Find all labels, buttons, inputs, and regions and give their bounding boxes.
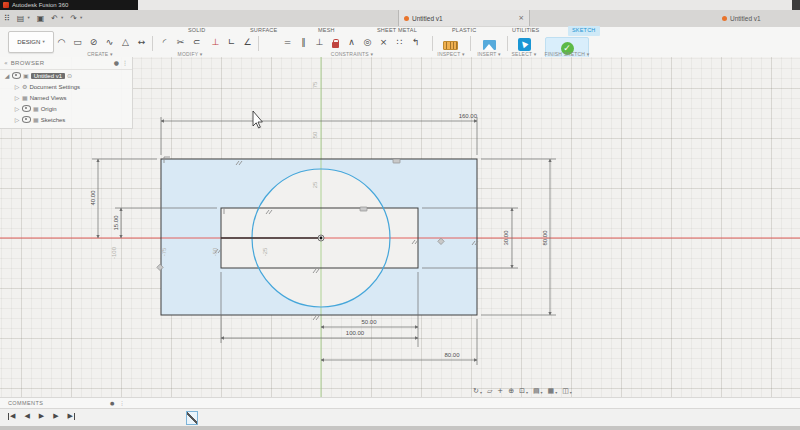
equal-constraint-button[interactable]: = bbox=[280, 37, 295, 47]
app-title: Autodesk Fusion 360 bbox=[12, 2, 68, 8]
pan-icon: + bbox=[497, 388, 503, 395]
browser-item-document[interactable]: ◢ ▣ Untitled v1 ⊙ bbox=[0, 70, 132, 81]
step-back-icon[interactable]: ◀ bbox=[24, 413, 29, 420]
timeline-sketch-feature-icon[interactable] bbox=[186, 411, 198, 425]
break-tool-button[interactable]: ⊥ bbox=[208, 37, 223, 47]
active-document-label: Untitled v1 bbox=[722, 10, 761, 26]
tab-solid[interactable]: SOLID bbox=[188, 27, 206, 35]
horizontal-glyph-icon[interactable] bbox=[360, 207, 367, 211]
dimension-width-label[interactable]: 160.00 bbox=[459, 113, 478, 119]
toolbar-divider bbox=[507, 36, 508, 51]
visibility-eye-icon[interactable] bbox=[22, 105, 31, 112]
expander-closed-icon[interactable]: ▷ bbox=[14, 95, 20, 101]
browser-item-document-settings[interactable]: ▷ ⚙ Document Settings bbox=[0, 81, 132, 92]
redo-icon[interactable]: ↷ bbox=[70, 15, 77, 23]
look-at-button[interactable]: ▱ bbox=[487, 388, 492, 395]
save-icon[interactable]: ▣ bbox=[37, 15, 45, 23]
scale-tool-button[interactable]: ∠ bbox=[240, 37, 255, 47]
skip-to-end-icon[interactable]: ▶ bbox=[68, 413, 75, 420]
origin-point[interactable] bbox=[320, 237, 323, 240]
dimension-left-outer-label[interactable]: 40.00 bbox=[90, 190, 96, 206]
close-tab-icon[interactable]: × bbox=[518, 15, 524, 22]
tab-mesh[interactable]: MESH bbox=[318, 27, 335, 35]
tab-surface[interactable]: SURFACE bbox=[250, 27, 277, 35]
fit-button[interactable]: ⊡▾ bbox=[519, 388, 528, 395]
document-tab[interactable]: Untitled v1 × bbox=[398, 10, 530, 26]
symmetry-constraint-button[interactable]: ∷ bbox=[392, 37, 407, 47]
parallel-glyph-icon[interactable] bbox=[313, 316, 319, 320]
grid-icon: ▦ bbox=[548, 388, 555, 395]
circle-tool-button[interactable]: ⊘ bbox=[86, 37, 101, 47]
parallel-constraint-button[interactable]: ∥ bbox=[296, 37, 311, 47]
break-icon: ⊥ bbox=[212, 38, 220, 47]
undo-icon[interactable]: ↶ bbox=[51, 15, 58, 23]
fillet-tool-button[interactable]: ◜ bbox=[157, 37, 172, 47]
step-forward-icon[interactable]: ▶ bbox=[53, 413, 58, 420]
browser-item-origin[interactable]: ▷ ▦ Origin bbox=[0, 103, 132, 114]
zoom-icon: ⊕ bbox=[508, 388, 514, 395]
select-button[interactable]: ▲ bbox=[517, 37, 532, 51]
dimension-bottom-full-label[interactable]: 100.00 bbox=[346, 330, 365, 336]
dimension-bottom-half-label[interactable]: 50.00 bbox=[361, 319, 377, 325]
document-icon bbox=[404, 16, 409, 21]
folder-icon: ▦ bbox=[33, 117, 39, 123]
expander-closed-icon[interactable]: ▷ bbox=[14, 84, 20, 90]
ribbon-toolbar: SOLID SURFACE MESH SHEET METAL PLASTIC U… bbox=[0, 27, 800, 58]
orbit-button[interactable]: ↻▾ bbox=[473, 388, 482, 395]
record-dot-icon[interactable]: ● bbox=[114, 60, 119, 66]
grid-label-x: -75 bbox=[161, 247, 167, 256]
display-settings-button[interactable]: ▤▾ bbox=[533, 388, 543, 395]
tab-sheet-metal[interactable]: SHEET METAL bbox=[377, 27, 417, 35]
fix-constraint-button[interactable] bbox=[328, 37, 343, 50]
tab-utilities[interactable]: UTILITIES bbox=[512, 27, 539, 35]
spline-tool-button[interactable]: ∿ bbox=[102, 37, 117, 47]
midpoint-constraint-button[interactable]: × bbox=[376, 37, 391, 47]
overflow-menu-icon[interactable]: ⋮ bbox=[122, 60, 128, 66]
offset-tool-button[interactable]: ∟ bbox=[224, 37, 239, 47]
visibility-eye-icon[interactable] bbox=[12, 72, 21, 79]
polygon-tool-button[interactable]: △ bbox=[118, 37, 133, 47]
expander-open-icon[interactable]: ◢ bbox=[4, 73, 10, 79]
viewports-button[interactable]: ◫▾ bbox=[562, 388, 572, 395]
concentric-constraint-button[interactable]: ◎ bbox=[360, 37, 375, 47]
dimension-bottom-outer-label[interactable]: 80.00 bbox=[444, 352, 460, 358]
zoom-button[interactable]: ⊕ bbox=[508, 388, 514, 395]
trim-tool-button[interactable]: ✂ bbox=[173, 37, 188, 47]
overflow-menu-icon[interactable]: ⋮ bbox=[119, 401, 124, 406]
dimension-outer-height-label[interactable]: 80.00 bbox=[542, 230, 548, 246]
play-icon[interactable]: ▶ bbox=[39, 413, 44, 420]
tab-plastic[interactable]: PLASTIC bbox=[452, 27, 476, 35]
window-corner bbox=[792, 0, 800, 10]
record-dot-icon[interactable]: ● bbox=[110, 401, 114, 406]
file-menu-icon[interactable]: ▤ bbox=[17, 15, 25, 23]
collapse-panel-icon[interactable]: « bbox=[4, 60, 8, 66]
dimension-left-inner-label[interactable]: 15.00 bbox=[113, 215, 119, 231]
expander-closed-icon[interactable]: ▷ bbox=[14, 117, 20, 123]
perpendicular-constraint-button[interactable]: ⊥ bbox=[312, 37, 327, 47]
file-menu-caret-icon[interactable]: ▾ bbox=[27, 16, 29, 21]
tangent-constraint-button[interactable]: ↰ bbox=[408, 37, 423, 47]
timeline-playback-controls: ◀ ◀ ▶ ▶ ▶ bbox=[8, 413, 75, 420]
rectangle-tool-button[interactable]: ▭ bbox=[70, 37, 85, 47]
browser-item-sketches[interactable]: ▷ ▦ Sketches bbox=[0, 114, 132, 125]
expander-closed-icon[interactable]: ▷ bbox=[14, 106, 20, 112]
sketch-dimension-button[interactable]: ↔ bbox=[134, 37, 149, 47]
insert-button[interactable] bbox=[482, 37, 497, 52]
undo-caret-icon[interactable]: ▾ bbox=[61, 16, 63, 21]
line-tool-button[interactable]: ◠ bbox=[54, 37, 69, 47]
fusion-logo-icon bbox=[3, 2, 9, 8]
grid-snap-button[interactable]: ▦▾ bbox=[548, 388, 558, 395]
grid-label-x: -25 bbox=[262, 247, 268, 256]
comments-bar[interactable]: COMMENTS ● ⋮ bbox=[0, 397, 800, 409]
inspect-button[interactable] bbox=[443, 37, 458, 52]
horizontal-glyph-icon[interactable] bbox=[393, 159, 400, 163]
browser-item-named-views[interactable]: ▷ ▦ Named Views bbox=[0, 92, 132, 103]
dimension-inner-height-label[interactable]: 30.00 bbox=[503, 230, 509, 246]
coincident-constraint-button[interactable]: ∧ bbox=[344, 37, 359, 47]
redo-caret-icon[interactable]: ▾ bbox=[80, 16, 82, 21]
visibility-eye-icon[interactable] bbox=[22, 116, 31, 123]
pan-button[interactable]: + bbox=[497, 388, 503, 395]
extend-tool-button[interactable]: ⊂ bbox=[189, 37, 204, 47]
skip-to-start-icon[interactable]: ◀ bbox=[8, 413, 15, 420]
app-menu-icon[interactable]: ⠿ bbox=[4, 15, 10, 23]
